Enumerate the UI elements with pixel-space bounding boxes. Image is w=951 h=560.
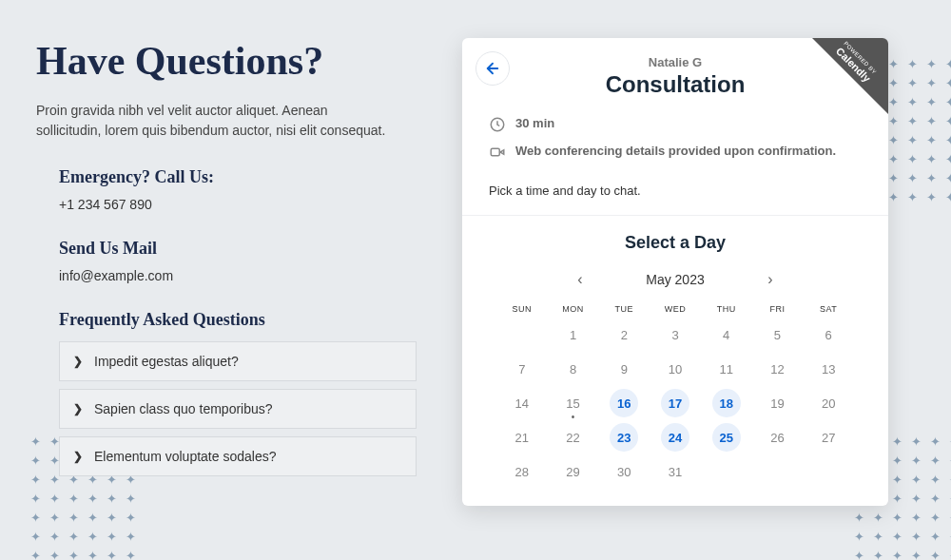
weekday-header: SUN MON TUE WED THU FRI SAT xyxy=(462,304,888,314)
calendar-day: 31 xyxy=(650,456,701,487)
back-button[interactable] xyxy=(476,51,510,86)
emergency-section: Emergency? Call Us: +1 234 567 890 xyxy=(59,167,417,212)
faq-item[interactable]: ❯ Sapien class quo temporibus? xyxy=(59,389,417,429)
location-row: Web conferencing details provided upon c… xyxy=(489,143,862,161)
calendar-day-available[interactable]: 18 xyxy=(701,388,752,418)
calendar-day xyxy=(752,456,804,487)
faq-item-label: Sapien class quo temporibus? xyxy=(94,401,273,416)
calendar-day-available[interactable]: 23 xyxy=(598,422,650,453)
page-title: Have Questions? xyxy=(36,38,417,84)
faq-item[interactable]: ❯ Impedit egestas aliquet? xyxy=(59,341,417,381)
calendar-day: 19 xyxy=(752,388,804,418)
calendar-day: 14 xyxy=(496,388,548,418)
faq-item[interactable]: ❯ Elementum voluptate sodales? xyxy=(59,436,417,476)
emergency-heading: Emergency? Call Us: xyxy=(59,167,417,187)
calendar-day xyxy=(803,456,854,487)
calendar-day: 27 xyxy=(803,422,854,453)
chevron-right-icon: ❯ xyxy=(73,450,83,463)
mail-heading: Send Us Mail xyxy=(59,239,417,259)
duration-text: 30 min xyxy=(515,115,554,132)
calendar-day-available[interactable]: 25 xyxy=(701,422,752,453)
calendar-day: 10 xyxy=(650,354,701,384)
faq-item-label: Impedit egestas aliquet? xyxy=(94,354,239,369)
calendar-day: 29 xyxy=(548,456,599,487)
next-month-button[interactable]: › xyxy=(759,268,782,291)
calendar-day: 8 xyxy=(548,354,599,384)
select-day-heading: Select a Day xyxy=(462,233,888,253)
svg-marker-3 xyxy=(500,150,504,155)
calendar-day: 26 xyxy=(752,422,804,453)
faq-item-label: Elementum voluptate sodales? xyxy=(94,449,276,464)
calendar-grid: 123456789101112131415•161718192021222324… xyxy=(462,319,888,506)
mail-section: Send Us Mail info@example.com xyxy=(59,239,417,283)
calendly-widget: POWERED BY Calendly Natalie G Consultati… xyxy=(462,38,888,506)
calendar-day-available[interactable]: 17 xyxy=(650,388,701,418)
calendar-day: 11 xyxy=(701,354,752,384)
location-text: Web conferencing details provided upon c… xyxy=(515,143,836,160)
emergency-phone[interactable]: +1 234 567 890 xyxy=(59,197,417,212)
calendar-day: 6 xyxy=(803,319,854,350)
video-icon xyxy=(489,144,506,161)
arrow-left-icon xyxy=(484,60,501,77)
faq-list: ❯ Impedit egestas aliquet? ❯ Sapien clas… xyxy=(59,341,417,476)
calendar-day: 5 xyxy=(752,319,804,350)
calendar-day: 12 xyxy=(752,354,804,384)
calendar-day: 13 xyxy=(803,354,854,384)
calendar-day: 9 xyxy=(598,354,650,384)
calendar-day: 1 xyxy=(548,319,599,350)
svg-rect-2 xyxy=(491,148,499,156)
chevron-right-icon: ❯ xyxy=(73,355,83,368)
divider xyxy=(462,215,888,216)
prev-month-button[interactable]: ‹ xyxy=(569,268,592,291)
event-title: Consultation xyxy=(485,71,865,98)
calendar-day xyxy=(496,319,548,350)
calendar-day: 28 xyxy=(496,456,548,487)
calendar-day: 30 xyxy=(598,456,650,487)
calendar-day: 7 xyxy=(496,354,548,384)
month-label: May 2023 xyxy=(637,272,713,287)
calendar-day: 22 xyxy=(548,422,599,453)
calendar-day: 2 xyxy=(598,319,650,350)
calendar-day xyxy=(701,456,752,487)
chevron-right-icon: ❯ xyxy=(73,402,83,415)
today-indicator-icon: • xyxy=(572,412,575,422)
calendar-day: 20 xyxy=(803,388,854,418)
page-subtitle: Proin gravida nibh vel velit auctor aliq… xyxy=(36,101,388,141)
host-name: Natalie G xyxy=(485,55,865,69)
calendar-day-available[interactable]: 16 xyxy=(598,388,650,418)
calendar-day: 3 xyxy=(650,319,701,350)
calendar-day: 4 xyxy=(701,319,752,350)
event-description: Pick a time and day to chat. xyxy=(485,183,865,215)
duration-row: 30 min xyxy=(489,115,862,133)
calendar-day: 21 xyxy=(496,422,548,453)
clock-icon xyxy=(489,116,506,133)
mail-address[interactable]: info@example.com xyxy=(59,268,417,283)
calendar-day-available[interactable]: 24 xyxy=(650,422,701,453)
faq-heading: Frequently Asked Questions xyxy=(59,310,417,330)
calendar-day: 15• xyxy=(548,388,599,418)
